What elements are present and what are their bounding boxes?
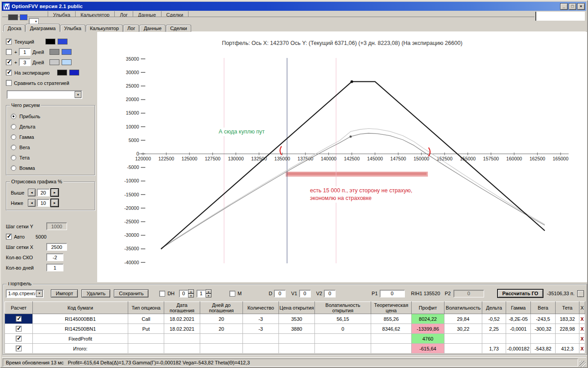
m-checkbox[interactable] <box>229 291 235 297</box>
increase-button[interactable]: ► <box>51 189 58 196</box>
dh-checkbox[interactable] <box>159 291 165 297</box>
column-header-Код бумаги[interactable]: Код бумаги <box>33 302 128 314</box>
range-field[interactable] <box>37 189 49 196</box>
tab-Улыбка[interactable]: Улыбка <box>60 25 85 32</box>
close-button[interactable]: × <box>577 3 585 10</box>
spin-down-icon[interactable]: ▼ <box>188 293 194 297</box>
column-header-Тета[interactable]: Тета <box>556 302 579 314</box>
radio-Дельта[interactable] <box>11 124 16 129</box>
radio-Вега[interactable] <box>11 145 16 150</box>
save-button[interactable]: Сохранить <box>114 289 148 297</box>
increase-button[interactable]: ► <box>51 199 58 207</box>
spin-up-icon[interactable]: ▲ <box>188 289 194 293</box>
maximize-button[interactable]: □ <box>569 3 576 10</box>
x-tick-label: 122500 <box>158 156 174 161</box>
plus1-color2-swatch[interactable] <box>62 49 72 55</box>
plus1-days-field[interactable] <box>19 48 31 56</box>
chevron-down-icon[interactable]: ▼ <box>75 91 81 98</box>
calc-cell <box>5 314 33 324</box>
plus3-days-field[interactable] <box>19 58 31 66</box>
radio-Прибыль[interactable] <box>11 114 16 119</box>
column-header-Количество[interactable]: Количество <box>243 302 279 314</box>
grid-step-y-field[interactable] <box>46 222 67 230</box>
preset-combobox[interactable]: 1-пр.стренгл ▼ <box>6 289 44 298</box>
plus3-checkbox[interactable] <box>6 59 12 65</box>
compare-checkbox[interactable] <box>6 80 12 86</box>
column-header-Тип опциона[interactable]: Тип опциона <box>128 302 164 314</box>
column-header-Профит[interactable]: Профит <box>412 302 444 314</box>
dh-spinner-2-field[interactable] <box>197 290 206 297</box>
cell-date: 18.02.2021 <box>164 324 200 334</box>
delete-button[interactable]: Удалить <box>81 289 110 297</box>
param-input-D[interactable] <box>274 290 286 297</box>
current-color1-swatch[interactable] <box>45 39 55 44</box>
resize-grip[interactable] <box>579 361 586 367</box>
param-input-V1[interactable] <box>299 290 311 297</box>
column-header-Дней до погашения[interactable]: Дней до погашения <box>200 302 243 314</box>
column-header-Волатильность[interactable]: Волатильность <box>444 302 482 314</box>
row-checkbox[interactable] <box>16 346 22 351</box>
tab-Диаграмма[interactable]: Диаграмма <box>26 24 59 32</box>
radio-Тета[interactable] <box>11 155 16 160</box>
auto-checkbox[interactable] <box>6 234 12 239</box>
tab-Калькулятор[interactable]: Калькулятор <box>86 25 123 32</box>
column-header-Гамма[interactable]: Гамма <box>506 302 531 314</box>
spin-up-icon[interactable]: ▲ <box>206 289 211 293</box>
plus1-color1-swatch[interactable] <box>49 49 59 55</box>
column-header-Теоретическая цена[interactable]: Теоретическая цена <box>371 302 412 314</box>
tab-Лог[interactable]: Лог <box>123 25 139 32</box>
titlebar[interactable]: OptionFVV версия 2.1 public _ □ × <box>2 2 586 11</box>
cell-days <box>200 334 243 344</box>
p2-field[interactable] <box>453 290 484 297</box>
radio-Гамма[interactable] <box>11 134 16 140</box>
param-input-P1[interactable] <box>380 290 405 297</box>
minimize-button[interactable]: _ <box>560 3 568 10</box>
expiration-color1-swatch[interactable] <box>57 70 67 75</box>
calc-cell <box>5 344 33 354</box>
strategy-combobox[interactable]: ▼ <box>7 90 82 99</box>
row-checkbox[interactable] <box>16 326 22 332</box>
color-swatch-blue[interactable] <box>20 14 27 20</box>
column-header-Расчет[interactable]: Расчет <box>5 302 33 314</box>
plus1-checkbox[interactable] <box>6 49 12 55</box>
cell-vega: -543,82 <box>531 344 556 354</box>
dh-spinner-1-field[interactable] <box>179 290 188 297</box>
current-checkbox[interactable] <box>6 39 12 44</box>
delete-row-button[interactable]: X <box>579 344 585 354</box>
chevron-down-icon[interactable]: ▼ <box>36 290 43 297</box>
plus3-color1-swatch[interactable] <box>49 59 59 65</box>
days-count-field[interactable] <box>46 264 63 271</box>
param-input-V2[interactable] <box>324 290 336 297</box>
tab-Сделки[interactable]: Сделки <box>166 25 191 32</box>
column-header-Вега[interactable]: Вега <box>531 302 556 314</box>
decrease-button[interactable]: ◄ <box>28 199 36 207</box>
radio-row: Тета <box>11 152 93 163</box>
column-header-Дата погашения[interactable]: Дата погашения <box>164 302 200 314</box>
expiration-checkbox[interactable] <box>6 70 12 75</box>
radio-Вомма[interactable] <box>11 165 16 171</box>
import-button[interactable]: Импорт <box>51 289 78 297</box>
collapse-button[interactable]: _ <box>577 290 584 297</box>
column-header-Волатильность открытия[interactable]: Волатильность открытия <box>315 302 371 314</box>
range-field[interactable] <box>37 199 49 207</box>
plus3-color2-swatch[interactable] <box>62 59 72 65</box>
decrease-button[interactable]: ◄ <box>28 189 36 196</box>
radio-label: Вомма <box>19 165 35 171</box>
grid-step-x-field[interactable] <box>46 243 67 251</box>
delete-row-button[interactable]: X <box>579 334 585 344</box>
current-color2-swatch[interactable] <box>58 39 67 44</box>
expiration-color2-swatch[interactable] <box>69 70 79 75</box>
spin-down-icon[interactable]: ▼ <box>206 293 211 297</box>
column-header-Дельта[interactable]: Дельта <box>482 302 506 314</box>
sko-field[interactable] <box>46 253 63 261</box>
row-checkbox[interactable] <box>16 336 22 341</box>
delete-row-button[interactable]: X <box>579 324 585 334</box>
column-header-Цена открытия[interactable]: Цена открытия <box>279 302 315 314</box>
tab-Данные[interactable]: Данные <box>139 25 166 32</box>
delete-row-button[interactable]: X <box>579 314 585 324</box>
row-checkbox[interactable] <box>16 316 22 322</box>
calc-margin-button[interactable]: Рассчитать ГО <box>498 289 543 297</box>
column-header-X[interactable]: X <box>579 302 585 314</box>
tab-Доска[interactable]: Доска <box>4 25 25 32</box>
color-swatch-dark[interactable] <box>8 14 18 20</box>
